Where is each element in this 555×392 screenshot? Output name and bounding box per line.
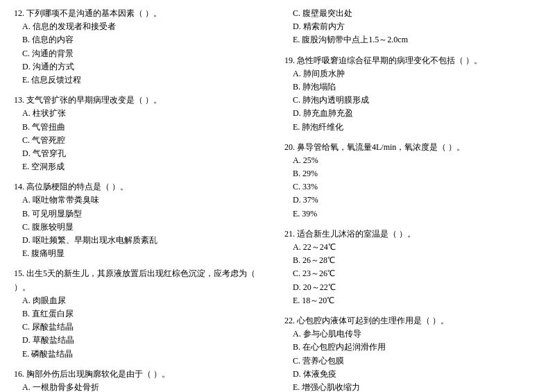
- option: D. 精索前内方: [284, 20, 541, 33]
- option: C. 沟通的背景: [14, 47, 271, 60]
- question-block: 12. 下列哪项不是沟通的基本因素（ ）。A. 信息的发现者和接受者B. 信息的…: [14, 7, 271, 87]
- option: D. 气管穿孔: [14, 147, 271, 160]
- option: C. 气管死腔: [14, 134, 271, 147]
- option: E. 腹股沟韧带中点上1.5～2.0cm: [284, 33, 541, 46]
- option: D. 20～22℃: [284, 281, 541, 294]
- left-column: 12. 下列哪项不是沟通的基本因素（ ）。A. 信息的发现者和接受者B. 信息的…: [14, 7, 271, 392]
- question-block: 19. 急性呼吸窘迫综合征早期的病理变化不包括（ ）。A. 肺间质水肿B. 肺泡…: [284, 54, 541, 134]
- option: B. 信息的内容: [14, 33, 271, 46]
- option: D. 37%: [284, 194, 541, 207]
- question-title: 15. 出生5天的新生儿，其原液放置后出现红棕色沉淀，应考虑为（ ）。: [14, 267, 271, 293]
- option: E. 信息反馈过程: [14, 74, 271, 87]
- question-block: 16. 胸部外伤后出现胸廓软化是由于（ ）。A. 一根肋骨多处骨折B. 胸骨骨折…: [14, 368, 271, 392]
- option: D. 呕吐频繁、早期出现水电解质紊乱: [14, 234, 271, 247]
- option: A. 一根肋骨多处骨折: [14, 381, 271, 392]
- option: B. 肺泡塌陷: [284, 80, 541, 94]
- option: C. 尿酸盐结晶: [14, 321, 271, 334]
- option: B. 直红蛋白尿: [14, 307, 271, 321]
- option: D. 体液免疫: [284, 368, 541, 381]
- option: A. 肉眼血尿: [14, 294, 271, 307]
- option: B. 气管扭曲: [14, 121, 271, 134]
- question-title: 16. 胸部外伤后出现胸廓软化是由于（ ）。: [14, 368, 271, 381]
- columns-layout: 12. 下列哪项不是沟通的基本因素（ ）。A. 信息的发现者和接受者B. 信息的…: [14, 7, 541, 392]
- option: D. 沟通的方式: [14, 60, 271, 74]
- question-block: 21. 适合新生儿沐浴的室温是（ ）。A. 22～24℃B. 26～28℃C. …: [284, 228, 541, 307]
- question-block: 20. 鼻导管给氧，氧流量4L/min，氧浓度是（ ）。A. 25%B. 29%…: [284, 141, 541, 221]
- question-block: 22. 心包腔内液体可起到的生理作用是（ ）。A. 参与心肌电传导B. 在心包腔…: [284, 314, 541, 392]
- option: C. 腹胀较明显: [14, 221, 271, 234]
- option: A. 25%: [284, 154, 541, 167]
- option: E. 空洞形成: [14, 160, 271, 173]
- option: A. 参与心肌电传导: [284, 327, 541, 341]
- question-block: 15. 出生5天的新生儿，其原液放置后出现红棕色沉淀，应考虑为（ ）。A. 肉眼…: [14, 267, 271, 360]
- option: B. 可见明显肠型: [14, 207, 271, 221]
- option: A. 呕吐物常带粪臭味: [14, 194, 271, 207]
- option: C. 营养心包膜: [284, 355, 541, 368]
- right-column: C. 腹壁最突出处D. 精索前内方E. 腹股沟韧带中点上1.5～2.0cm19.…: [284, 7, 541, 392]
- question-title: 14. 高位肠梗阻的特点是（ ）。: [14, 180, 271, 194]
- question-block: C. 腹壁最突出处D. 精索前内方E. 腹股沟韧带中点上1.5～2.0cm: [284, 7, 541, 47]
- option: A. 柱状扩张: [14, 107, 271, 120]
- question-title: 20. 鼻导管给氧，氧流量4L/min，氧浓度是（ ）。: [284, 141, 541, 154]
- option: E. 39%: [284, 207, 541, 221]
- question-title: 13. 支气管扩张的早期病理改变是（ ）。: [14, 94, 271, 107]
- option: C. 33%: [284, 180, 541, 194]
- question-title: 21. 适合新生儿沐浴的室温是（ ）。: [284, 228, 541, 241]
- option: E. 磷酸盐结晶: [14, 348, 271, 361]
- option: B. 26～28℃: [284, 254, 541, 267]
- option: A. 22～24℃: [284, 241, 541, 254]
- option: E. 肺泡纤维化: [284, 121, 541, 134]
- option: D. 草酸盐结晶: [14, 334, 271, 347]
- option: E. 增强心肌收缩力: [284, 381, 541, 392]
- option: B. 在心包腔内起润滑作用: [284, 341, 541, 354]
- question-block: 13. 支气管扩张的早期病理改变是（ ）。A. 柱状扩张B. 气管扭曲C. 气管…: [14, 94, 271, 173]
- question-title: 22. 心包腔内液体可起到的生理作用是（ ）。: [284, 314, 541, 327]
- option: E. 腹痛明显: [14, 247, 271, 260]
- question-block: 14. 高位肠梗阻的特点是（ ）。A. 呕吐物常带粪臭味B. 可见明显肠型C. …: [14, 180, 271, 260]
- option: C. 23～26℃: [284, 267, 541, 280]
- option: C. 腹壁最突出处: [284, 7, 541, 20]
- option: E. 18～20℃: [284, 294, 541, 307]
- option: A. 肺间质水肿: [284, 67, 541, 80]
- option: A. 信息的发现者和接受者: [14, 20, 271, 33]
- question-title: 19. 急性呼吸窘迫综合征早期的病理变化不包括（ ）。: [284, 54, 541, 67]
- page-container: 12. 下列哪项不是沟通的基本因素（ ）。A. 信息的发现者和接受者B. 信息的…: [14, 7, 541, 392]
- question-title: 12. 下列哪项不是沟通的基本因素（ ）。: [14, 7, 271, 20]
- option: B. 29%: [284, 167, 541, 180]
- option: C. 肺泡内透明膜形成: [284, 94, 541, 107]
- option: D. 肺充血肺充盈: [284, 107, 541, 120]
